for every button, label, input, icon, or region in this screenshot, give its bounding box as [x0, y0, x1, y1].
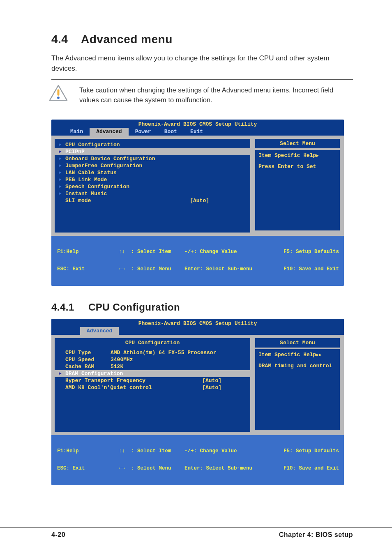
page-footer: 4-20 Chapter 4: BIOS setup — [0, 527, 392, 539]
hint-select-item: : Select Item — [131, 249, 171, 255]
caution-icon — [49, 85, 68, 102]
arrow-leftright-icon: ←→ — [119, 465, 131, 471]
row-hyper-transport[interactable]: Hyper Transport Frequency[Auto] — [59, 377, 246, 384]
help-panel: Item Specific Help▶▶ DRAM timing and con… — [255, 349, 340, 430]
bios-menubar: Advanced — [51, 327, 344, 335]
section-name: Advanced menu — [81, 33, 173, 46]
menu-item-instant-music[interactable]: ▶Instant Music — [59, 190, 246, 197]
svg-rect-1 — [58, 90, 60, 96]
divider — [51, 79, 353, 80]
help-body: DRAM timing and control — [258, 363, 332, 369]
hint-f5: F5: Setup Defaults — [267, 448, 339, 454]
hint-enter-submenu: Enter: Select Sub-menu — [184, 465, 267, 471]
hint-select-menu: : Select Menu — [131, 465, 171, 471]
hint-f5: F5: Setup Defaults — [267, 249, 339, 255]
section-heading: 4.4Advanced menu — [51, 33, 353, 46]
subsection-heading: 4.4.1CPU Configuration — [51, 302, 353, 313]
hint-enter-submenu: Enter: Select Sub-menu — [184, 266, 267, 272]
hint-f10: F10: Save and Exit — [267, 465, 339, 471]
bios-tab-advanced[interactable]: Advanced — [90, 128, 128, 136]
hint-change-value: -/+: Change Value — [184, 249, 267, 255]
bios-tab-main[interactable]: Main — [64, 128, 90, 136]
menu-item-sli-mode[interactable]: ▶SLI mode[Auto] — [59, 197, 246, 204]
bios-menubar: Main Advanced Power Boot Exit — [51, 127, 344, 136]
menu-item-speech[interactable]: ▶Speech Configuration — [59, 183, 246, 190]
hint-change-value: -/+: Change Value — [184, 448, 267, 454]
select-menu-header: Select Menu — [255, 338, 340, 348]
menu-item-peg-link[interactable]: ▶PEG Link Mode — [59, 176, 246, 183]
hint-f1: F1:Help — [57, 249, 119, 255]
hint-esc: ESC: Exit — [57, 465, 119, 471]
row-cpu-speed: CPU Speed3400MHz — [59, 356, 246, 363]
bios-tab-advanced[interactable]: Advanced — [80, 327, 119, 335]
help-body: Press Enter to Set — [258, 164, 316, 170]
help-panel: Item Specific Help▶ Press Enter to Set — [255, 150, 340, 230]
bios-screenshot-advanced: Phoenix-Award BIOS CMOS Setup Utility Ma… — [51, 120, 344, 286]
section-number: 4.4 — [51, 33, 81, 46]
bios-tab-exit[interactable]: Exit — [184, 128, 210, 136]
select-menu-header: Select Menu — [255, 139, 340, 148]
menu-item-lan-cable[interactable]: ▶LAN Cable Status — [59, 169, 246, 176]
svg-point-2 — [57, 97, 60, 99]
help-title: Item Specific Help — [258, 352, 316, 358]
arrow-leftright-icon: ←→ — [119, 266, 131, 272]
hint-f1: F1:Help — [57, 448, 119, 454]
divider — [51, 112, 353, 112]
bios-footer: F1:Help ESC: Exit ↑↓ : Select Item ←→ : … — [51, 435, 344, 485]
cpu-config-header: CPU Configuration — [55, 338, 250, 348]
row-dram-configuration[interactable]: ▶DRAM Configuration — [55, 370, 250, 377]
help-double-arrow-icon: ▶▶ — [316, 352, 321, 357]
intro-paragraph: The Advanced menu items allow you to cha… — [51, 53, 353, 74]
bios-title: Phoenix-Award BIOS CMOS Setup Utility — [51, 120, 344, 127]
row-cpu-type: CPU TypeAMD Athlon(tm) 64 FX-55 Processo… — [59, 349, 246, 356]
caution-text: Take caution when changing the settings … — [79, 85, 353, 105]
row-cache-ram: Cache RAM512K — [59, 363, 246, 370]
arrow-updown-icon: ↑↓ — [119, 249, 131, 255]
subsection-number: 4.4.1 — [51, 302, 88, 313]
help-arrow-icon: ▶ — [316, 153, 319, 158]
bios-footer: F1:Help ESC: Exit ↑↓ : Select Item ←→ : … — [51, 236, 344, 286]
bios-title: Phoenix-Award BIOS CMOS Setup Utility — [51, 319, 344, 327]
help-title: Item Specific Help — [258, 152, 316, 159]
page-number: 4-20 — [51, 531, 65, 539]
menu-item-cpu-configuration[interactable]: ▶CPU Configuration — [59, 141, 246, 148]
menu-item-pcipnp[interactable]: ▶PCIPnP — [55, 148, 250, 155]
bios-tab-boot[interactable]: Boot — [158, 128, 184, 136]
hint-esc: ESC: Exit — [57, 266, 119, 272]
bios-screenshot-cpu-config: Phoenix-Award BIOS CMOS Setup Utility Ad… — [51, 319, 344, 485]
arrow-updown-icon: ↑↓ — [119, 448, 131, 454]
hint-f10: F10: Save and Exit — [267, 266, 339, 272]
subsection-name: CPU Configuration — [88, 302, 180, 313]
bios-tab-power[interactable]: Power — [129, 128, 158, 136]
hint-select-item: : Select Item — [131, 448, 171, 454]
chapter-label: Chapter 4: BIOS setup — [279, 531, 353, 539]
menu-item-jumperfree[interactable]: ▶JumperFree Configuration — [59, 162, 246, 169]
caution-block: Take caution when changing the settings … — [49, 83, 353, 109]
hint-select-menu: : Select Menu — [131, 266, 171, 272]
menu-item-onboard-device[interactable]: ▶Onboard Device Configuration — [59, 155, 246, 162]
row-amd-coolnquiet[interactable]: AMD K8 Cool'n'Quiet control[Auto] — [59, 384, 246, 391]
